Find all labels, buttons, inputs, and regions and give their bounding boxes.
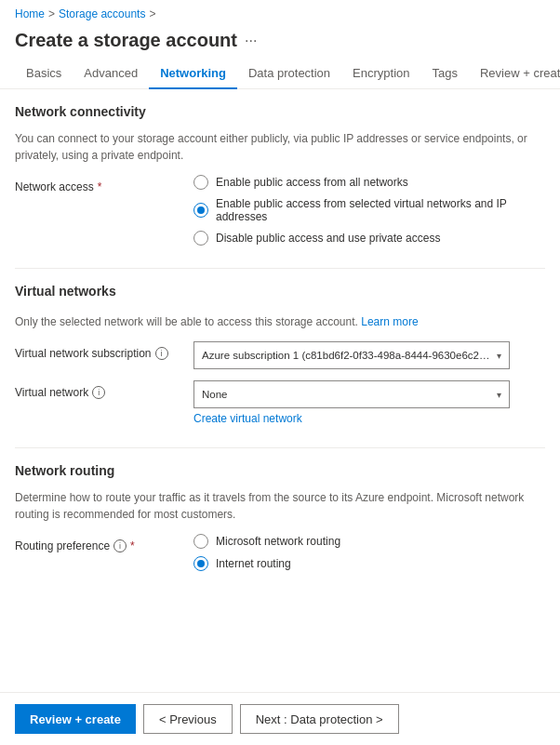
tab-advanced[interactable]: Advanced [73, 59, 149, 89]
network-access-label: Network access * [15, 175, 182, 193]
breadcrumb-storage[interactable]: Storage accounts [59, 7, 145, 20]
virtual-networks-section: Virtual networks Only the selected netwo… [15, 284, 545, 425]
divider-1 [15, 268, 545, 269]
radio-circle-microsoft [193, 534, 208, 549]
tab-review-create[interactable]: Review + create [469, 59, 560, 89]
radio-circle-disable [193, 231, 208, 246]
radio-label-internet: Internet routing [216, 557, 291, 570]
more-options-icon[interactable]: ··· [245, 33, 257, 49]
subscription-dropdown[interactable]: Azure subscription 1 (c81bd6f2-0f33-498a… [193, 341, 510, 369]
network-connectivity-section: Network connectivity You can connect to … [15, 104, 545, 246]
previous-button[interactable]: < Previous [143, 704, 233, 734]
tab-networking[interactable]: Networking [149, 59, 237, 89]
vnet-dropdown-field: None ▾ Create virtual network [193, 380, 510, 425]
tab-bar: Basics Advanced Networking Data protecti… [0, 59, 560, 89]
radio-disable-public[interactable]: Disable public access and use private ac… [193, 231, 545, 246]
routing-preference-row: Routing preference i * Microsoft network… [15, 534, 545, 571]
network-connectivity-desc: You can connect to your storage account … [15, 130, 545, 164]
page-title: Create a storage account [15, 30, 237, 51]
routing-info-icon[interactable]: i [113, 539, 127, 552]
review-create-button[interactable]: Review + create [15, 704, 136, 734]
radio-label-disable: Disable public access and use private ac… [216, 232, 440, 245]
vnet-info-icon[interactable]: i [92, 386, 105, 399]
network-routing-desc: Determine how to route your traffic as i… [15, 489, 545, 523]
radio-internet-routing[interactable]: Internet routing [193, 556, 340, 571]
tab-encryption[interactable]: Encryption [341, 59, 420, 89]
virtual-networks-title: Virtual networks [15, 284, 545, 302]
next-button[interactable]: Next : Data protection > [240, 704, 399, 734]
radio-all-networks[interactable]: Enable public access from all networks [193, 175, 545, 190]
radio-label-all: Enable public access from all networks [216, 176, 408, 189]
subscription-row: Virtual network subscription i Azure sub… [15, 341, 545, 369]
divider-2 [15, 447, 545, 448]
radio-circle-selected [193, 203, 208, 218]
breadcrumb-sep2: > [149, 7, 155, 20]
tab-tags[interactable]: Tags [421, 59, 469, 89]
routing-label: Routing preference i * [15, 534, 182, 552]
footer: Review + create < Previous Next : Data p… [0, 692, 560, 745]
subscription-label: Virtual network subscription i [15, 341, 182, 360]
subscription-value: Azure subscription 1 (c81bd6f2-0f33-498a… [202, 350, 493, 361]
create-vnet-link[interactable]: Create virtual network [193, 412, 302, 425]
radio-selected-networks[interactable]: Enable public access from selected virtu… [193, 197, 545, 223]
radio-circle-internet [193, 556, 208, 571]
breadcrumb-home[interactable]: Home [15, 7, 45, 20]
network-access-radio-group: Enable public access from all networks E… [193, 175, 545, 246]
vnet-value: None [202, 389, 493, 400]
breadcrumb: Home > Storage accounts > [15, 7, 545, 20]
breadcrumb-sep1: > [48, 7, 55, 20]
network-connectivity-title: Network connectivity [15, 104, 545, 123]
learn-more-link[interactable]: Learn more [361, 313, 418, 330]
radio-microsoft-routing[interactable]: Microsoft network routing [193, 534, 340, 549]
vnet-row: Virtual network i None ▾ Create virtual … [15, 380, 545, 425]
vnet-chevron-icon: ▾ [497, 390, 501, 400]
network-access-row: Network access * Enable public access fr… [15, 175, 545, 246]
subscription-chevron-icon: ▾ [497, 351, 501, 361]
radio-label-microsoft: Microsoft network routing [216, 535, 340, 548]
tab-basics[interactable]: Basics [15, 59, 73, 89]
vnet-dropdown[interactable]: None ▾ [193, 380, 510, 408]
radio-label-selected: Enable public access from selected virtu… [216, 197, 545, 223]
routing-required: * [130, 539, 135, 552]
virtual-networks-desc: Only the selected network will be able t… [15, 310, 545, 330]
network-routing-section: Network routing Determine how to route y… [15, 463, 545, 571]
radio-circle-all [193, 175, 208, 190]
routing-radio-group: Microsoft network routing Internet routi… [193, 534, 340, 571]
subscription-dropdown-field: Azure subscription 1 (c81bd6f2-0f33-498a… [193, 341, 510, 369]
vnet-label: Virtual network i [15, 380, 182, 399]
tab-data-protection[interactable]: Data protection [237, 59, 341, 89]
network-routing-title: Network routing [15, 463, 545, 482]
required-indicator: * [98, 180, 102, 193]
subscription-info-icon[interactable]: i [155, 347, 168, 360]
